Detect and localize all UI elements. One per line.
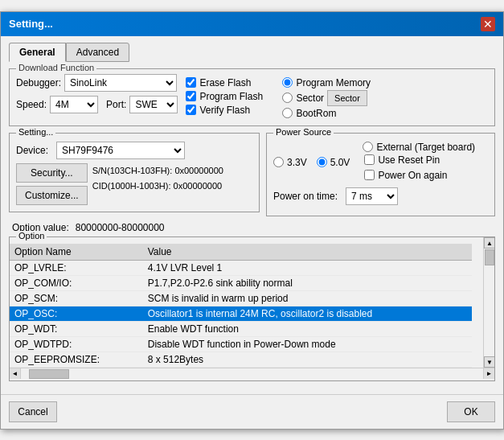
- power-source-label: Power Source: [273, 127, 334, 137]
- table-row[interactable]: OP_COM/IO:P1.7,P2.0-P2.6 sink ability no…: [10, 275, 472, 290]
- option-name-cell: OP_WDTPD:: [10, 336, 143, 352]
- erase-flash-label: Erase Flash: [199, 77, 251, 88]
- dialog-content: General Advanced Download Function Debug…: [1, 36, 503, 394]
- option-value-cell: SCM is invalid in warm up period: [143, 290, 472, 306]
- power-on-time-select[interactable]: 7 ms: [346, 187, 398, 205]
- port-select[interactable]: SWE: [129, 96, 178, 113]
- option-name-cell: OP_COM/IO:: [10, 275, 143, 290]
- option-value-cell: Oscillator1 is internal 24M RC, oscillat…: [143, 306, 472, 321]
- voltage-33-radio[interactable]: [273, 157, 284, 167]
- sector-label: Sector: [296, 93, 324, 104]
- option-section: Option Option Name Value OP_LVR: [9, 236, 495, 381]
- voltage-33-label: 3.3V: [287, 157, 307, 168]
- external-radio[interactable]: [363, 142, 373, 152]
- use-reset-pin-checkbox[interactable]: [364, 154, 375, 165]
- download-function-group: Download Function Debugger: SinoLink Spe…: [9, 68, 495, 126]
- option-value-cell: 8 x 512Bytes: [143, 352, 472, 367]
- scroll-left-arrow[interactable]: ◄: [10, 368, 21, 379]
- debugger-label: Debugger:: [16, 77, 61, 88]
- cid-text: CID(1000H-1003H): 0x00000000: [92, 179, 223, 195]
- option-value-cell: 4.1V LVR Level 1: [143, 260, 472, 275]
- option-name-cell: OP_OSC:➤: [10, 306, 143, 321]
- power-on-again-label: Power On again: [378, 170, 447, 181]
- table-row[interactable]: OP_WDT:Enable WDT function: [10, 321, 472, 336]
- col-option-name: Option Name: [10, 244, 143, 261]
- setting-group-label: Setting...: [16, 127, 55, 137]
- voltage-50-label: 5.0V: [330, 157, 350, 168]
- table-row[interactable]: OP_WDTPD:Disable WDT function in Power-D…: [10, 336, 472, 352]
- option-value-cell: P1.7,P2.0-P2.6 sink ability normal: [143, 275, 472, 290]
- option-value-row: Option value: 80000000-80000000: [12, 222, 495, 233]
- scrollbar-thumb[interactable]: [485, 249, 494, 265]
- erase-flash-checkbox[interactable]: [186, 77, 196, 88]
- port-label: Port:: [106, 99, 126, 110]
- tab-bar: General Advanced: [9, 43, 495, 62]
- option-name-cell: OP_SCM:: [10, 290, 143, 306]
- speed-label: Speed:: [16, 99, 47, 110]
- tab-general[interactable]: General: [9, 43, 66, 62]
- option-table: Option Name Value OP_LVRLE:4.1V LVR Leve…: [10, 244, 472, 368]
- flash-checkboxes: Erase Flash Program Flash Verify Flash: [186, 74, 274, 118]
- sector-button[interactable]: Sector: [327, 90, 367, 106]
- bootrom-label: BootRom: [296, 108, 336, 119]
- speed-select[interactable]: 4M: [50, 96, 98, 113]
- program-memory-radio[interactable]: [282, 77, 293, 88]
- dialog-title: Setting...: [9, 18, 53, 30]
- close-button[interactable]: ✕: [481, 17, 495, 31]
- external-label: External (Target board): [376, 142, 475, 153]
- option-name-cell: OP_EEPROMSIZE:: [10, 352, 143, 367]
- hscroll-thumb[interactable]: [29, 369, 69, 379]
- ok-button[interactable]: OK: [447, 401, 495, 422]
- program-flash-checkbox[interactable]: [186, 91, 196, 101]
- table-row[interactable]: OP_LVRLE:4.1V LVR Level 1: [10, 260, 472, 275]
- power-source-group: Power Source 3.3V 5.0V External (Target …: [266, 133, 495, 216]
- verify-flash-checkbox[interactable]: [186, 105, 196, 115]
- scroll-up-arrow[interactable]: ▲: [484, 237, 494, 249]
- col-value: Value: [143, 244, 472, 261]
- option-name-cell: OP_LVRLE:: [10, 260, 143, 275]
- scroll-down-arrow[interactable]: ▼: [484, 356, 494, 368]
- middle-section: Setting... Device: SH79F9476 Security...…: [9, 133, 495, 217]
- power-on-time-label: Power on time:: [273, 191, 338, 202]
- horizontal-scrollbar[interactable]: ◄ ►: [10, 368, 494, 379]
- power-on-again-checkbox[interactable]: [364, 170, 375, 180]
- program-memory-label: Program Memory: [296, 77, 371, 88]
- table-wrapper: Option Name Value OP_LVRLE:4.1V LVR Leve…: [10, 237, 494, 379]
- device-label: Device:: [16, 145, 53, 156]
- vertical-scrollbar[interactable]: ▲ ▼: [483, 237, 494, 368]
- option-value-cell: Disable WDT function in Power-Down mode: [143, 336, 472, 352]
- program-memory-group: Program Memory Sector Sector BootRom: [282, 74, 371, 119]
- voltage-50-radio[interactable]: [317, 157, 327, 167]
- table-row[interactable]: OP_EEPROMSIZE:8 x 512Bytes: [10, 352, 472, 367]
- option-name-cell: OP_WDT:: [10, 321, 143, 336]
- option-value-cell: Enable WDT function: [143, 321, 472, 336]
- download-left: Debugger: SinoLink Speed: 4M Port: SWE: [16, 74, 178, 117]
- scroll-right-arrow[interactable]: ►: [483, 368, 494, 379]
- security-button[interactable]: Security...: [16, 163, 88, 183]
- program-flash-label: Program Flash: [199, 91, 263, 102]
- use-reset-pin-label: Use Reset Pin: [378, 154, 440, 166]
- sector-radio[interactable]: [282, 93, 293, 103]
- option-table-scroll[interactable]: Option Name Value OP_LVRLE:4.1V LVR Leve…: [10, 237, 483, 368]
- setting-group: Setting... Device: SH79F9476 Security...…: [9, 133, 260, 212]
- sn-text: S/N(103CH-103FH): 0x00000000: [92, 163, 223, 179]
- bottom-bar: Cancel OK: [1, 394, 503, 429]
- cancel-button[interactable]: Cancel: [9, 401, 57, 422]
- tab-advanced[interactable]: Advanced: [66, 43, 129, 62]
- device-select[interactable]: SH79F9476: [56, 142, 185, 159]
- verify-flash-label: Verify Flash: [199, 105, 250, 116]
- download-function-label: Download Function: [16, 63, 96, 72]
- bootrom-radio[interactable]: [282, 108, 293, 118]
- settings-dialog: Setting... ✕ General Advanced Download F…: [0, 11, 504, 430]
- title-bar: Setting... ✕: [1, 12, 503, 36]
- customize-button[interactable]: Customize...: [16, 186, 88, 205]
- option-value: 80000000-80000000: [76, 222, 165, 233]
- debugger-select[interactable]: SinoLink: [64, 74, 177, 92]
- table-row[interactable]: OP_OSC:➤Oscillator1 is internal 24M RC, …: [10, 306, 472, 321]
- table-row[interactable]: OP_SCM:SCM is invalid in warm up period: [10, 290, 472, 306]
